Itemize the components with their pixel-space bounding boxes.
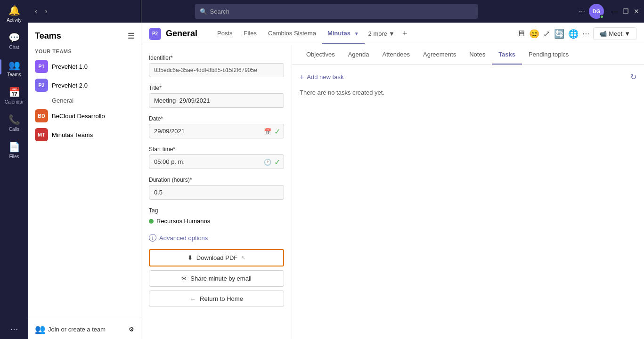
rail-item-teams[interactable]: 👥 Teams xyxy=(0,55,28,82)
tag-dot xyxy=(149,219,154,224)
nav-forward-button[interactable]: › xyxy=(43,5,49,17)
meeting-tab-agreements[interactable]: Agreements xyxy=(416,45,463,65)
rail-item-calls-label: Calls xyxy=(9,127,19,132)
channel-header: P2 General Posts Files Cambios Sistema M… xyxy=(141,23,644,45)
channel-expand-icon[interactable]: ⤢ xyxy=(543,29,550,39)
content-area: Identifier* Title* Date* 📅 ✓ Start time* xyxy=(141,45,644,339)
rail-item-chat[interactable]: 💬 Chat xyxy=(0,27,28,55)
tag-value: Recursos Humanos xyxy=(149,216,284,226)
channel-refresh-icon[interactable]: 🔄 xyxy=(554,29,564,39)
channel-ellipsis-icon[interactable]: ··· xyxy=(582,29,589,39)
channel-name: General xyxy=(166,29,197,39)
meet-icon: 📹 xyxy=(599,30,607,37)
email-icon: ✉ xyxy=(181,275,187,282)
download-icon: ⬇ xyxy=(187,254,193,261)
identifier-group: Identifier* xyxy=(149,55,284,77)
team-name-prevenet1: PreveNet 1.0 xyxy=(52,63,124,70)
meet-button[interactable]: 📹 Meet ▼ xyxy=(593,27,636,40)
channel-avatar: P2 xyxy=(149,28,161,40)
nav-back-button[interactable]: ‹ xyxy=(33,5,39,17)
date-label: Date* xyxy=(149,115,284,122)
rail-item-calendar[interactable]: 📅 Calendar xyxy=(0,82,28,109)
join-team-label: Join or create a team xyxy=(48,326,106,333)
user-status-indicator xyxy=(600,15,604,19)
files-icon: 📄 xyxy=(8,141,20,153)
channel-emoji-icon[interactable]: 😊 xyxy=(529,29,539,39)
rail-item-calendar-label: Calendar xyxy=(5,99,24,105)
sidebar-settings-icon[interactable]: ⚙ xyxy=(129,326,134,333)
tab-minutas[interactable]: Minutas ▼ xyxy=(322,23,365,44)
tab-posts[interactable]: Posts xyxy=(212,23,238,44)
refresh-icon[interactable]: ↻ xyxy=(630,73,636,81)
search-input[interactable] xyxy=(210,8,473,15)
sidebar-item-prevenet2[interactable]: P2 PreveNet 2.0 ··· xyxy=(28,76,141,95)
no-tasks-text: There are no tasks created yet. xyxy=(300,89,636,96)
channel-name-general: General xyxy=(52,97,73,104)
team-avatar-becloud: BD xyxy=(35,109,48,122)
time-valid-icon: ✓ xyxy=(274,157,280,166)
sidebar-filter-icon[interactable]: ☰ xyxy=(128,32,134,40)
meeting-tab-agenda[interactable]: Agenda xyxy=(342,45,376,65)
clock-icon[interactable]: 🕐 xyxy=(264,158,271,165)
start-time-label: Start time* xyxy=(149,146,284,153)
share-email-button[interactable]: ✉ Share minute by email xyxy=(149,270,284,287)
meeting-tab-objectives[interactable]: Objectives xyxy=(300,45,342,65)
team-avatar-prevenet2: P2 xyxy=(35,79,48,92)
identifier-input[interactable] xyxy=(149,63,284,77)
tab-files[interactable]: Files xyxy=(238,23,262,44)
plus-icon: + xyxy=(300,73,304,81)
tag-text: Recursos Humanos xyxy=(156,218,210,225)
sidebar-item-becloud[interactable]: BD BeCloud Desarrollo ··· xyxy=(28,106,141,125)
calendar-icon: 📅 xyxy=(8,87,20,98)
date-valid-icon: ✓ xyxy=(274,127,280,136)
duration-label: Duration (hours)* xyxy=(149,177,284,183)
start-time-input-wrapper: 🕐 ✓ xyxy=(149,154,284,169)
rail-item-files-label: Files xyxy=(9,154,19,159)
rail-item-files[interactable]: 📄 Files xyxy=(0,137,28,164)
rail-item-chat-label: Chat xyxy=(9,45,19,50)
topbar-more-icon[interactable]: ··· xyxy=(579,7,585,16)
meet-chevron: ▼ xyxy=(624,30,630,37)
tab-more[interactable]: 2 more ▼ xyxy=(365,30,399,37)
close-button[interactable]: ✕ xyxy=(634,8,639,15)
title-input[interactable] xyxy=(149,93,284,108)
team-avatar-prevenet1: P1 xyxy=(35,60,48,73)
tab-add-button[interactable]: + xyxy=(399,29,411,39)
window-controls: — ❐ ✕ xyxy=(611,8,639,15)
add-task-label: Add new task xyxy=(307,73,343,81)
rail-item-calls[interactable]: 📞 Calls xyxy=(0,109,28,137)
tag-label: Tag xyxy=(149,207,284,214)
user-avatar[interactable]: DG xyxy=(589,4,604,19)
calendar-picker-icon[interactable]: 📅 xyxy=(264,128,271,135)
channel-video-icon[interactable]: 🖥 xyxy=(517,29,525,39)
rail-more-button[interactable]: ··· xyxy=(10,323,18,339)
sidebar-item-prevenet1[interactable]: P1 PreveNet 1.0 ··· xyxy=(28,57,141,76)
sidebar-footer: 👥 Join or create a team ⚙ xyxy=(28,319,141,339)
return-home-button[interactable]: ← Return to Home xyxy=(149,291,284,307)
maximize-button[interactable]: ❐ xyxy=(623,8,629,15)
team-avatar-minutas: MT xyxy=(35,128,48,141)
download-pdf-button[interactable]: ⬇ Download PDF ↖ xyxy=(149,249,284,266)
meeting-tab-notes[interactable]: Notes xyxy=(463,45,492,65)
advanced-options-row[interactable]: i Advanced options xyxy=(149,234,284,242)
sidebar: ‹ › Teams ☰ Your teams P1 PreveNet 1.0 ·… xyxy=(28,0,141,339)
duration-input[interactable] xyxy=(149,185,284,200)
start-time-group: Start time* 🕐 ✓ xyxy=(149,146,284,169)
meeting-tab-tasks[interactable]: Tasks xyxy=(492,45,522,65)
topbar: 🔍 ··· DG — ❐ ✕ xyxy=(141,0,644,23)
sidebar-item-minutas[interactable]: MT Minutas Teams ··· xyxy=(28,125,141,144)
your-teams-label: Your teams xyxy=(28,46,141,57)
rail-item-activity[interactable]: 🔔 Activity xyxy=(0,0,28,27)
tab-cambios-sistema[interactable]: Cambios Sistema xyxy=(262,23,322,44)
team-name-prevenet2: PreveNet 2.0 xyxy=(52,82,124,89)
teams-icon: 👥 xyxy=(8,59,20,71)
title-label: Title* xyxy=(149,85,284,91)
minimize-button[interactable]: — xyxy=(611,8,618,15)
add-task-row[interactable]: + Add new task ↻ xyxy=(300,73,636,81)
sidebar-channel-general[interactable]: General xyxy=(28,95,141,106)
channel-globe-icon[interactable]: 🌐 xyxy=(568,29,579,39)
meeting-tab-pending-topics[interactable]: Pending topics xyxy=(522,45,575,65)
join-team-button[interactable]: 👥 Join or create a team xyxy=(35,324,106,334)
search-bar[interactable]: 🔍 xyxy=(195,4,478,19)
meeting-tab-attendees[interactable]: Attendees xyxy=(376,45,417,65)
